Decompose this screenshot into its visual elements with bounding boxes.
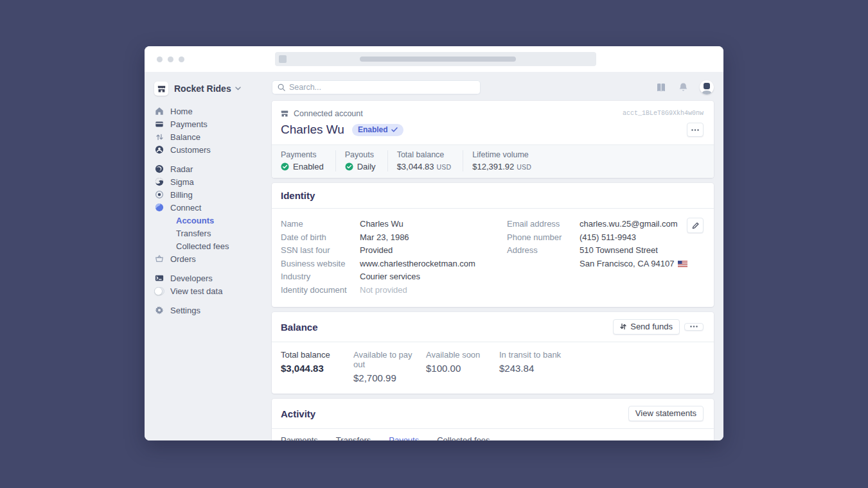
stat-payouts: Payouts Daily	[336, 150, 388, 171]
account-kind-label: Connected account	[294, 109, 363, 118]
payments-icon	[154, 119, 164, 128]
page-title: Charles Wu	[281, 123, 344, 137]
sidebar-item-billing[interactable]: Billing	[154, 188, 272, 201]
search-bar[interactable]	[272, 80, 481, 94]
balance-arrows-icon	[154, 133, 164, 141]
account-switcher[interactable]: Rocket Rides	[154, 82, 272, 96]
identity-left-fields: NameCharles Wu Date of birthMar 23, 1986…	[281, 218, 507, 297]
sidebar-item-connect[interactable]: Connect	[154, 201, 272, 214]
ellipsis-icon	[690, 326, 698, 327]
url-text-placeholder	[360, 57, 516, 62]
green-check-icon	[281, 162, 289, 171]
account-id: acct_1BLeT8G9Xkh4w0nw	[623, 110, 704, 117]
pencil-icon	[692, 222, 699, 229]
favicon-placeholder	[279, 55, 287, 63]
home-icon	[154, 107, 164, 116]
org-name: Rocket Rides	[174, 83, 231, 94]
account-stats-row: Payments Enabled Payouts Daily	[272, 144, 714, 178]
sidebar-item-settings[interactable]: Settings	[154, 304, 272, 317]
sidebar-item-view-test-data[interactable]: View test data	[154, 284, 272, 297]
green-check-icon	[345, 162, 353, 171]
sidebar-item-customers[interactable]: Customers	[154, 143, 272, 156]
search-icon	[278, 83, 285, 91]
stat-payments: Payments Enabled	[272, 150, 336, 171]
sigma-icon	[154, 177, 164, 186]
customers-icon	[154, 145, 164, 154]
developers-terminal-icon	[154, 274, 164, 283]
sidebar-item-transfers[interactable]: Transfers	[154, 227, 272, 240]
topbar	[272, 80, 714, 94]
sidebar-item-sigma[interactable]: Sigma	[154, 175, 272, 188]
browser-window: Rocket Rides Home Payments Balance Custo…	[145, 46, 723, 440]
sidebar-item-balance[interactable]: Balance	[154, 130, 272, 143]
balance-available-soon: Available soon $100.00	[426, 350, 499, 383]
user-avatar[interactable]	[700, 80, 714, 94]
account-header-card: Connected account acct_1BLeT8G9Xkh4w0nw …	[272, 101, 714, 178]
connect-icon	[154, 203, 164, 212]
balance-available-to-pay-out: Available to pay out $2,700.99	[353, 350, 426, 383]
activity-tabs: Payments Transfers Payouts Collected fee…	[272, 429, 714, 440]
stat-total-balance: Total balance $3,044.83USD	[388, 150, 464, 171]
view-statements-button[interactable]: View statements	[628, 406, 704, 421]
test-data-toggle[interactable]	[154, 287, 164, 295]
tab-transfers[interactable]: Transfers	[336, 429, 371, 440]
sidebar-item-payments[interactable]: Payments	[154, 118, 272, 130]
status-badge: Enabled	[352, 124, 403, 136]
balance-total: Total balance $3,044.83	[281, 350, 353, 383]
sidebar-item-collected-fees[interactable]: Collected fees	[154, 240, 272, 252]
connected-account-storefront-icon	[281, 110, 288, 118]
search-input[interactable]	[289, 83, 475, 92]
send-funds-arrows-icon	[620, 323, 626, 330]
storefront-logo-icon	[154, 82, 168, 96]
sidebar-item-orders[interactable]: Orders	[154, 252, 272, 265]
tab-payouts[interactable]: Payouts	[389, 429, 419, 440]
url-bar	[275, 52, 596, 66]
notifications-bell-icon[interactable]	[678, 82, 688, 92]
sidebar: Rocket Rides Home Payments Balance Custo…	[145, 72, 272, 440]
sidebar-item-accounts[interactable]: Accounts	[154, 214, 272, 227]
balance-stats-row: Total balance $3,044.83 Available to pay…	[272, 342, 714, 394]
stat-lifetime-volume: Lifetime volume $12,391.92USD	[463, 150, 543, 171]
us-flag-icon	[678, 261, 687, 267]
activity-title: Activity	[281, 408, 315, 419]
window-controls[interactable]	[157, 57, 184, 62]
edit-identity-button[interactable]	[687, 218, 704, 233]
browser-chrome	[145, 46, 723, 72]
billing-icon	[154, 190, 164, 199]
balance-in-transit: In transit to bank $243.84	[499, 350, 561, 383]
main-content: Connected account acct_1BLeT8G9Xkh4w0nw …	[272, 72, 723, 440]
account-overflow-button[interactable]	[687, 123, 704, 137]
sidebar-item-home[interactable]: Home	[154, 105, 272, 118]
check-icon	[391, 127, 398, 132]
activity-card: Activity View statements Payments Transf…	[272, 399, 714, 440]
tab-payments[interactable]: Payments	[281, 429, 318, 440]
identity-card: Identity NameCharles Wu Date of birthMar…	[272, 183, 714, 307]
sidebar-item-radar[interactable]: Radar	[154, 162, 272, 175]
sidebar-item-developers[interactable]: Developers	[154, 272, 272, 284]
docs-book-icon[interactable]	[655, 83, 667, 92]
identity-right-fields: Email addresscharles.wu.25@gmail.com Pho…	[507, 218, 704, 297]
balance-overflow-button[interactable]	[684, 323, 704, 331]
send-funds-button[interactable]: Send funds	[613, 319, 680, 335]
tab-collected-fees[interactable]: Collected fees	[437, 429, 490, 440]
settings-gear-icon	[154, 306, 164, 315]
orders-basket-icon	[154, 254, 164, 263]
identity-title: Identity	[281, 190, 315, 201]
balance-title: Balance	[281, 322, 318, 333]
radar-icon	[154, 164, 164, 173]
ellipsis-icon	[691, 129, 699, 131]
balance-card: Balance Send funds Total balance	[272, 312, 714, 394]
chevron-down-icon	[235, 87, 241, 91]
